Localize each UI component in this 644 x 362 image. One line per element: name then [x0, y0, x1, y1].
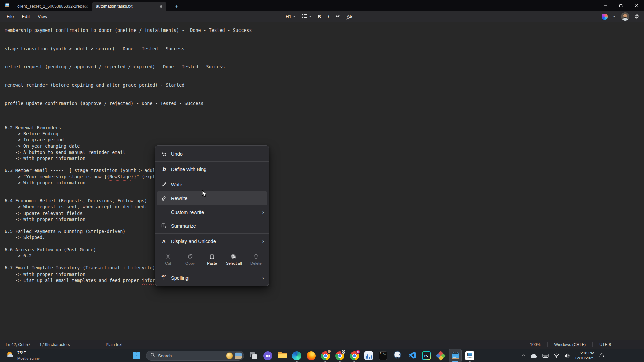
settings-gear-icon[interactable] — [634, 14, 640, 19]
minimize-button[interactable] — [598, 0, 613, 11]
menu-view[interactable]: View — [34, 11, 51, 22]
tab-client-secret[interactable]: client_secret_2_60053885332-2reqe52rrib — [13, 2, 92, 11]
editor-line — [5, 223, 644, 229]
user-avatar[interactable] — [621, 12, 629, 21]
search-placeholder: Search — [158, 353, 223, 358]
select-all-icon — [231, 254, 236, 259]
list-style-button[interactable]: ▼ — [300, 12, 314, 21]
editor-text: membership payment confirmation to donor… — [5, 27, 644, 284]
chrome-profile-1-app[interactable] — [319, 349, 332, 362]
editor-line: -> List up all email templates and feed … — [5, 278, 644, 284]
editor-line — [5, 70, 644, 76]
select-all-button[interactable]: Select all — [223, 251, 245, 268]
menu-item-display-and-unicode[interactable]: Λ Display and Unicode › — [155, 234, 269, 248]
menu-item-undo[interactable]: Undo — [155, 147, 269, 161]
desktop: client_secret_2_60053885332-2reqe52rrib … — [0, 0, 644, 362]
postgresql-app[interactable] — [391, 349, 404, 362]
misspelled-word: NewStage — [109, 174, 131, 179]
line-ending[interactable]: Windows (CRLF) — [554, 342, 586, 347]
vscode-app[interactable] — [406, 349, 418, 362]
multicolor-diamond-app[interactable] — [434, 349, 447, 362]
menu-item-rewrite[interactable]: Rewrite — [157, 191, 267, 205]
delete-button[interactable]: Delete — [245, 251, 267, 268]
chrome-profile-2-app[interactable] — [333, 349, 346, 362]
menu-separator — [155, 233, 269, 234]
editor-line: -> A button to send manual reminder emai… — [5, 149, 644, 156]
touch-keyboard-icon[interactable] — [542, 353, 549, 358]
wifi-icon[interactable] — [553, 353, 559, 358]
rewards-coin-icon[interactable] — [226, 352, 233, 359]
hidden-icons-chevron[interactable] — [521, 354, 526, 357]
statusbar-right: 100% Windows (CRLF) UTF-8 — [516, 340, 611, 349]
notification-bell-icon[interactable] — [599, 353, 604, 359]
editor-line: 6.4 Economic Relief (Requests, Decisions… — [5, 198, 644, 204]
close-button[interactable] — [629, 0, 644, 11]
notepad-app[interactable] — [449, 349, 462, 362]
start-button[interactable] — [130, 349, 143, 362]
task-view-button[interactable] — [247, 349, 260, 362]
file-explorer-app[interactable] — [276, 349, 288, 362]
heading-style-button[interactable]: H1 ▼ — [283, 12, 298, 21]
tab-automation-tasks[interactable]: automation tasks.txt — [92, 2, 166, 11]
copilot-icon[interactable] — [602, 14, 608, 20]
menu-item-define-with-bing[interactable]: b Define with Bing — [155, 162, 269, 176]
tray-date: 12/10/2025 — [575, 356, 594, 361]
task-manager-app[interactable] — [362, 349, 375, 362]
rewrite-icon — [161, 195, 167, 201]
paste-button[interactable]: Paste — [201, 251, 223, 268]
vscode-icon — [408, 351, 417, 361]
menu-item-summarize[interactable]: Summarize — [155, 219, 269, 233]
menu-item-custom-rewrite[interactable]: Custom rewrite › — [155, 205, 269, 219]
onedrive-cloud-icon[interactable] — [530, 353, 538, 358]
editor-line: -> With proper information — [5, 272, 644, 278]
menu-file[interactable]: File — [3, 11, 18, 22]
editor-line: renewal reminder (before expiring and af… — [5, 82, 644, 88]
taskpro-app[interactable]: TaskPro — [463, 349, 476, 362]
bold-button[interactable]: B — [315, 12, 323, 21]
menu-separator — [155, 177, 269, 177]
menu-separator — [155, 161, 269, 162]
status-bar: Ln 42, Col 57 1,195 characters Plain tex… — [0, 340, 644, 349]
edge-app[interactable] — [290, 349, 303, 362]
zoom-level[interactable]: 100% — [530, 342, 540, 347]
encoding[interactable]: UTF-8 — [599, 342, 611, 347]
editor-line — [5, 40, 644, 46]
paste-icon — [209, 254, 215, 259]
chrome-profile-3-app[interactable]: S — [348, 349, 361, 362]
copy-button[interactable]: Copy — [179, 251, 201, 268]
volume-icon[interactable] — [564, 353, 570, 358]
document-mode: Plain text — [106, 342, 123, 347]
menu-item-spelling[interactable]: ABC✓ Spelling › — [155, 271, 269, 285]
editor-line: membership payment confirmation to donor… — [5, 27, 644, 34]
link-button[interactable] — [333, 12, 343, 21]
clock[interactable]: 5:18 PM 12/10/2025 — [575, 351, 594, 361]
terminal-app[interactable]: C:\_ — [377, 349, 389, 362]
menu-edit[interactable]: Edit — [18, 11, 34, 22]
firefox-app[interactable] — [305, 349, 317, 362]
list-icon — [302, 14, 307, 20]
editor-line: 6.3 Member email ----- [ stage transitio… — [5, 168, 644, 174]
new-tab-button[interactable]: + — [171, 2, 182, 11]
clear-formatting-button[interactable]: Ab — [344, 12, 354, 21]
undo-icon — [161, 151, 167, 157]
running-indicator — [353, 361, 355, 362]
weather-widget[interactable]: 75°F Mostly sunny — [3, 349, 42, 362]
menu-separator — [155, 270, 269, 270]
pycharm-app[interactable]: PC — [420, 349, 433, 362]
video-chat-app[interactable] — [261, 349, 274, 362]
copilot-chevron-icon[interactable]: ▼ — [613, 15, 616, 18]
editor-area[interactable]: membership payment confirmation to donor… — [0, 22, 644, 340]
divider — [592, 342, 593, 347]
restore-button[interactable] — [613, 0, 629, 11]
cut-button[interactable]: Cut — [157, 251, 179, 268]
file-explorer-icon — [277, 351, 287, 360]
editor-line — [5, 113, 644, 119]
bing-image-thumbnail[interactable] — [235, 352, 242, 359]
menu-item-write[interactable]: Write — [155, 178, 269, 191]
italic-button[interactable]: I — [325, 12, 331, 21]
editor-line: 6.5 Failed Payments & Dunning (Stripe-dr… — [5, 229, 644, 235]
search-box[interactable]: Search — [146, 351, 244, 361]
taskpro-monitor-graphic — [467, 353, 472, 356]
taskpro-label: TaskPro — [467, 357, 472, 358]
divider — [35, 342, 35, 347]
